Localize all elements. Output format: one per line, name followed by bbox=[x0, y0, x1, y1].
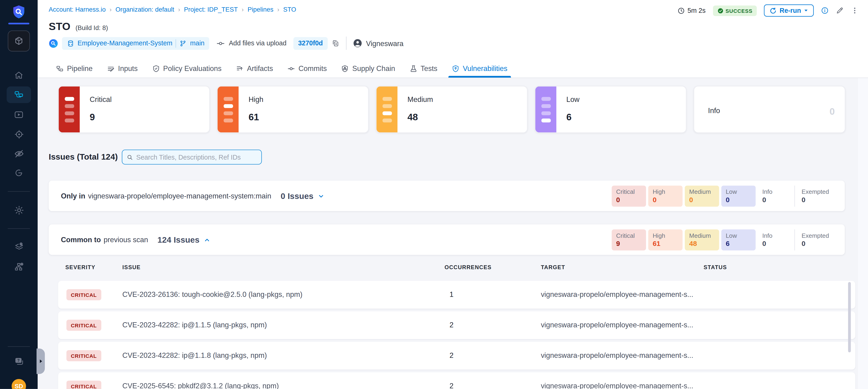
breadcrumb-link[interactable]: Pipelines bbox=[248, 6, 273, 13]
severity-summary-card[interactable]: Low 6 bbox=[535, 86, 686, 133]
severity-card-label: Low bbox=[566, 95, 580, 104]
tab-artifacts[interactable]: Artifacts bbox=[229, 59, 280, 78]
severity-summary-card[interactable]: Info 0 bbox=[694, 86, 845, 133]
more-options-kebab-icon[interactable] bbox=[851, 7, 859, 15]
chip-value: 0 bbox=[762, 240, 788, 248]
chip-value: 48 bbox=[689, 240, 715, 248]
user-avatar-icon bbox=[353, 39, 362, 48]
sidebar-item-pipelines[interactable] bbox=[7, 86, 31, 103]
breadcrumb-link[interactable]: STO bbox=[283, 6, 296, 13]
tab-pipeline[interactable]: Pipeline bbox=[49, 59, 100, 78]
svg-text:?: ? bbox=[17, 358, 19, 362]
tab-tests[interactable]: Tests bbox=[402, 59, 445, 78]
tab-policy-evaluations[interactable]: Policy Evaluations bbox=[145, 59, 229, 78]
commits-tab-icon bbox=[287, 64, 295, 72]
severity-summary-cards: Critical 9 High 61 Medium 48 Low 6 Info … bbox=[58, 86, 845, 133]
sidebar-item-org-settings[interactable] bbox=[0, 258, 38, 275]
commit-message[interactable]: Add files via upload bbox=[229, 39, 287, 47]
issue-cell[interactable]: CVE-2025-6545: pbkdf2@3.1.2 (lang-pkgs, … bbox=[122, 382, 279, 389]
copy-icon[interactable] bbox=[332, 39, 339, 47]
settings-gear-icon bbox=[13, 205, 24, 215]
chevron-up-icon[interactable] bbox=[204, 237, 211, 243]
nav-accent-divider bbox=[8, 23, 29, 24]
severity-card-label: High bbox=[248, 95, 264, 104]
sidebar-item-get-started[interactable] bbox=[0, 165, 38, 181]
breadcrumb-link[interactable]: Project: IDP_TEST bbox=[184, 6, 238, 13]
breadcrumb-link[interactable]: Account: Harness.io bbox=[49, 6, 106, 13]
chip-label: High bbox=[653, 232, 678, 239]
severity-badge: CRITICAL bbox=[66, 320, 101, 331]
issue-table-row[interactable]: CRITICAL CVE-2023-42282: ip@1.1.5 (lang-… bbox=[58, 311, 855, 339]
chip-label: Critical bbox=[616, 232, 642, 239]
severity-chip: Exempted 0 bbox=[794, 229, 834, 250]
page-title: STO bbox=[49, 21, 71, 33]
repo-branch-pill[interactable]: Employee-Management-System main bbox=[62, 37, 210, 50]
rerun-button[interactable]: Re-run bbox=[764, 4, 814, 17]
branch-name[interactable]: main bbox=[190, 39, 205, 47]
vulnerabilities-shield-icon bbox=[452, 64, 459, 72]
chip-value: 0 bbox=[802, 240, 830, 248]
breadcrumb-link[interactable]: Organization: default bbox=[116, 6, 174, 13]
issues-search-input[interactable] bbox=[136, 153, 257, 161]
chip-value: 0 bbox=[653, 196, 678, 204]
tab-supply-chain[interactable]: Supply Chain bbox=[334, 59, 402, 78]
section-common-to[interactable]: Common to previous scan 124 Issues Criti… bbox=[49, 224, 845, 255]
sidebar-item-exemptions[interactable] bbox=[0, 145, 38, 162]
sidebar-item-executions[interactable] bbox=[0, 106, 38, 123]
clock-icon bbox=[678, 7, 685, 14]
sidebar-item-home[interactable] bbox=[0, 67, 38, 84]
severity-summary-card[interactable]: Medium 48 bbox=[376, 86, 528, 133]
section-issue-count: 0 Issues bbox=[281, 191, 313, 200]
sidebar-item-default-settings[interactable] bbox=[0, 238, 38, 255]
issue-cell[interactable]: CVE-2023-42282: ip@1.1.5 (lang-pkgs, npm… bbox=[122, 321, 267, 329]
tab-vulnerabilities[interactable]: Vulnerabilities bbox=[445, 59, 515, 78]
section-only-in[interactable]: Only in vigneswara-propelo/employee-mana… bbox=[49, 180, 845, 211]
issue-table-row[interactable]: CRITICAL CVE-2025-6545: pbkdf2@3.1.2 (la… bbox=[58, 372, 855, 389]
run-info-icon[interactable] bbox=[821, 7, 829, 15]
sto-shield-logo-icon[interactable] bbox=[11, 4, 27, 20]
chip-value: 61 bbox=[653, 240, 678, 248]
module-switcher-button[interactable] bbox=[8, 30, 30, 51]
edit-pipeline-icon[interactable] bbox=[836, 7, 844, 15]
user-avatar[interactable]: SD bbox=[11, 379, 26, 389]
sidebar-item-targets[interactable] bbox=[0, 126, 38, 142]
get-started-power-icon bbox=[14, 168, 24, 178]
severity-summary-card[interactable]: Critical 9 bbox=[58, 86, 210, 133]
occurrences-cell: 2 bbox=[450, 351, 454, 360]
issue-cell[interactable]: CVE-2023-26136: tough-cookie@2.5.0 (lang… bbox=[122, 290, 303, 299]
tests-flask-icon bbox=[410, 64, 417, 72]
scan-globe-icon bbox=[49, 38, 58, 48]
repo-name[interactable]: Employee-Management-System bbox=[78, 39, 172, 47]
tab-inputs[interactable]: Inputs bbox=[100, 59, 145, 78]
severity-chip: Medium 0 bbox=[685, 186, 719, 206]
severity-chip: Info 0 bbox=[758, 186, 792, 206]
issue-cell[interactable]: CVE-2023-42282: ip@1.1.8 (lang-pkgs, npm… bbox=[122, 351, 267, 360]
chip-label: Medium bbox=[689, 189, 715, 195]
severity-chip: Critical 0 bbox=[612, 186, 646, 206]
column-header-target: TARGET bbox=[541, 264, 565, 270]
expand-arrow-icon bbox=[39, 359, 43, 363]
issue-table-row[interactable]: CRITICAL CVE-2023-42282: ip@1.1.8 (lang-… bbox=[58, 342, 855, 369]
chip-label: Low bbox=[726, 189, 751, 195]
severity-chip: Low 0 bbox=[721, 186, 756, 206]
tab-commits[interactable]: Commits bbox=[280, 59, 334, 78]
pipeline-tabs: Pipeline Inputs Policy Evaluations Artif… bbox=[38, 59, 868, 78]
commit-info-row: Employee-Management-System main Add file… bbox=[49, 36, 404, 50]
chip-label: Exempted bbox=[802, 232, 830, 239]
chevron-down-icon[interactable] bbox=[318, 193, 324, 199]
breadcrumb-separator: › bbox=[277, 6, 279, 13]
commit-sha-pill[interactable]: 3270f0d bbox=[293, 37, 328, 50]
sidebar-expand-handle[interactable] bbox=[36, 349, 45, 374]
column-header-status: STATUS bbox=[704, 264, 727, 270]
severity-summary-card[interactable]: High 61 bbox=[217, 86, 369, 133]
sidebar-item-help[interactable]: ? bbox=[0, 353, 38, 369]
app-window: ? SD Account: Harness.io›Organization: d… bbox=[0, 0, 868, 389]
issue-table-row[interactable]: CRITICAL CVE-2023-26136: tough-cookie@2.… bbox=[58, 281, 855, 308]
occurrences-cell: 2 bbox=[450, 382, 454, 389]
sidebar-divider bbox=[8, 346, 30, 346]
sidebar-item-settings[interactable] bbox=[0, 202, 38, 218]
header-actions: 5m 2s SUCCESS Re-run bbox=[678, 4, 859, 17]
scrollbar-thumb[interactable] bbox=[848, 282, 850, 352]
severity-chip-row: Critical 0 High 0 Medium 0 Low 0 Info 0 … bbox=[612, 186, 834, 206]
occurrences-cell: 2 bbox=[450, 321, 454, 329]
